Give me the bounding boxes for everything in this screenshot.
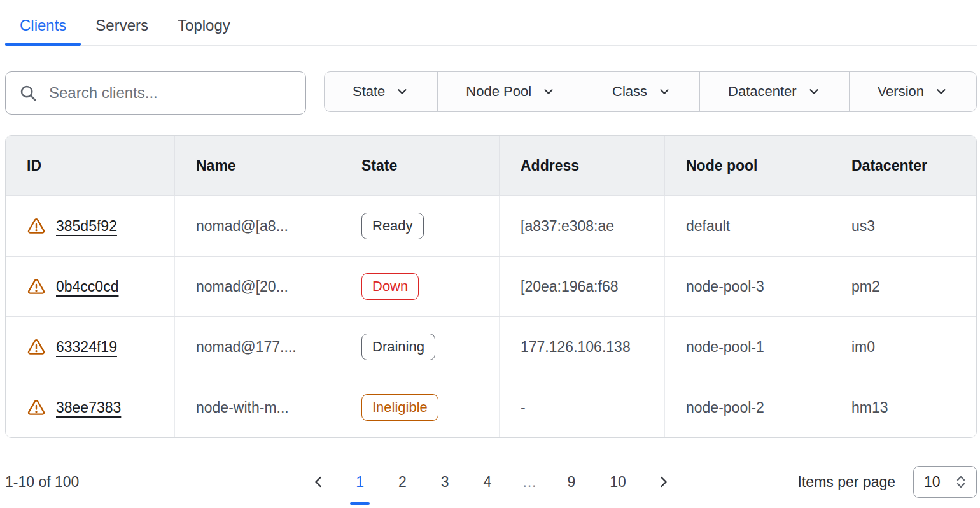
warning-icon xyxy=(27,278,46,296)
page-ellipsis: … xyxy=(517,474,542,491)
client-id-link[interactable]: 385d5f92 xyxy=(56,218,117,235)
table-row[interactable]: 38ee7383 node-with-m... Ineligible - nod… xyxy=(6,377,976,437)
items-per-page-value: 10 xyxy=(924,474,941,491)
page-button-3[interactable]: 3 xyxy=(432,474,458,491)
client-address: - xyxy=(499,377,664,437)
chevron-right-icon xyxy=(655,474,671,490)
warning-icon xyxy=(27,338,46,356)
filter-datacenter-label: Datacenter xyxy=(728,83,797,100)
client-name: node-with-m... xyxy=(174,377,340,437)
client-node-pool: node-pool-2 xyxy=(664,377,830,437)
filter-node-pool-label: Node Pool xyxy=(466,83,531,100)
tab-toplogy[interactable]: Toplogy xyxy=(163,9,245,45)
table-header-row: ID Name State Address Node pool Datacent… xyxy=(6,136,976,195)
client-datacenter: pm2 xyxy=(830,257,976,316)
page-button-4[interactable]: 4 xyxy=(475,474,501,491)
filter-version-button[interactable]: Version xyxy=(849,72,976,111)
chevron-down-icon xyxy=(934,85,948,99)
items-per-page-label: Items per page xyxy=(798,474,895,491)
items-per-page-select[interactable]: 10 xyxy=(913,466,977,498)
page-button-1[interactable]: 1 xyxy=(347,474,373,491)
client-node-pool: node-pool-1 xyxy=(664,317,830,377)
column-header-address: Address xyxy=(499,136,664,195)
filter-state-button[interactable]: State xyxy=(325,72,437,111)
state-badge: Ineligible xyxy=(361,394,438,421)
client-datacenter: im0 xyxy=(830,317,976,377)
table-row[interactable]: 385d5f92 nomad@[a8... Ready [a837:e308:a… xyxy=(6,195,976,256)
client-node-pool: node-pool-3 xyxy=(664,257,830,316)
page-button-10[interactable]: 10 xyxy=(601,474,635,491)
filter-version-label: Version xyxy=(878,83,924,100)
column-header-datacenter: Datacenter xyxy=(830,136,976,195)
client-node-pool: default xyxy=(664,196,830,256)
tab-servers-label: Servers xyxy=(95,17,148,34)
next-page-button[interactable] xyxy=(652,470,675,493)
client-id-link[interactable]: 38ee7383 xyxy=(56,399,121,416)
column-header-node-pool: Node pool xyxy=(664,136,830,195)
chevron-left-icon xyxy=(311,474,326,490)
prev-page-button[interactable] xyxy=(307,470,330,493)
search-box xyxy=(5,71,306,115)
chevron-down-icon xyxy=(395,85,409,99)
chevron-up-down-icon xyxy=(953,474,969,490)
client-datacenter: hm13 xyxy=(830,377,976,437)
filter-state-label: State xyxy=(353,83,385,100)
pagination-range: 1-10 of 100 xyxy=(5,474,307,491)
page-button-2[interactable]: 2 xyxy=(389,474,416,491)
filter-class-button[interactable]: Class xyxy=(584,72,699,111)
chevron-down-icon xyxy=(807,85,821,99)
pager: 1 2 3 4 … 9 10 xyxy=(307,470,675,493)
chevron-down-icon xyxy=(657,85,671,99)
pagination-footer: 1-10 of 100 1 2 3 4 … 9 10 Items per pag… xyxy=(5,466,977,498)
client-address: [a837:e308:ae xyxy=(499,196,664,256)
warning-icon xyxy=(27,399,46,417)
column-header-name: Name xyxy=(174,136,340,195)
column-header-state: State xyxy=(340,136,499,195)
toolbar: State Node Pool Class Datacenter xyxy=(5,71,977,115)
filter-class-label: Class xyxy=(612,83,647,100)
client-address: [20ea:196a:f68 xyxy=(499,257,664,316)
search-icon xyxy=(18,83,38,102)
filter-datacenter-button[interactable]: Datacenter xyxy=(699,72,849,111)
page-button-9[interactable]: 9 xyxy=(558,474,584,491)
state-badge: Down xyxy=(361,273,419,300)
state-badge: Ready xyxy=(361,213,424,239)
tab-clients[interactable]: Clients xyxy=(5,9,81,45)
clients-page: Clients Servers Toplogy State xyxy=(0,0,980,498)
client-name: nomad@177.... xyxy=(174,317,340,377)
clients-table: ID Name State Address Node pool Datacent… xyxy=(5,135,977,438)
state-badge: Draining xyxy=(361,334,435,360)
filter-group: State Node Pool Class Datacenter xyxy=(324,71,977,112)
client-name: nomad@[20... xyxy=(174,257,340,316)
client-name: nomad@[a8... xyxy=(174,196,340,256)
client-id-link[interactable]: 63324f19 xyxy=(56,339,117,356)
tab-clients-label: Clients xyxy=(20,17,66,34)
chevron-down-icon xyxy=(542,85,556,99)
warning-icon xyxy=(27,217,46,236)
client-id-link[interactable]: 0b4cc0cd xyxy=(56,278,118,295)
filter-node-pool-button[interactable]: Node Pool xyxy=(437,72,584,111)
table-row[interactable]: 0b4cc0cd nomad@[20... Down [20ea:196a:f6… xyxy=(6,256,976,316)
tab-toplogy-label: Toplogy xyxy=(178,17,230,34)
client-address: 177.126.106.138 xyxy=(499,317,664,377)
column-header-id: ID xyxy=(6,136,174,195)
tab-servers[interactable]: Servers xyxy=(81,9,163,45)
client-datacenter: us3 xyxy=(830,196,976,256)
search-input[interactable] xyxy=(48,83,293,102)
table-row[interactable]: 63324f19 nomad@177.... Draining 177.126.… xyxy=(6,316,976,377)
items-per-page: Items per page 10 xyxy=(675,466,977,498)
tab-bar: Clients Servers Toplogy xyxy=(5,0,977,46)
